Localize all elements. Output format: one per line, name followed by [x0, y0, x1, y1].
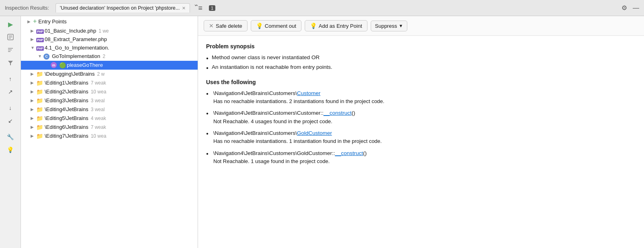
- uses-item-1-prefix: \Navigation4\JetBrains\Customers\: [213, 90, 297, 96]
- gotoimpl-class-icon: C: [43, 54, 50, 60]
- title-bar-actions: ⚙ —: [621, 4, 639, 12]
- 08-extract-arrow: ▶: [31, 37, 36, 41]
- add-entry-point-label: Add as Entry Point: [319, 23, 362, 29]
- uses-item-2-prefix: \Navigation4\JetBrains\Customers\Custome…: [213, 110, 324, 116]
- pleasegothere-method-icon: m: [51, 62, 57, 68]
- entry-points-label: Entry Points: [38, 19, 66, 25]
- tree-item-editing5[interactable]: ▶ 📁 \Editing5\JetBrains 4 weak: [21, 114, 198, 123]
- entry-points-plus-icon: +: [33, 18, 37, 25]
- tree-item-editing1[interactable]: ▶ 📁 \Editing1\JetBrains 7 weak: [21, 79, 198, 87]
- entry-points-header[interactable]: ▶ + Entry Points: [21, 16, 198, 27]
- editing2-folder-icon: 📁: [36, 89, 43, 95]
- tree-item-4-1-go[interactable]: ▼ PHP 4.1_Go_to_Implementation.: [21, 43, 198, 52]
- gotoimpl-label: GoToImplementation: [52, 53, 100, 59]
- tree-item-editing3[interactable]: ▶ 📁 \Editing3\JetBrains 3 weal: [21, 96, 198, 105]
- comment-out-button[interactable]: 💡 Comment out: [251, 20, 301, 31]
- debugging-arrow: ▶: [31, 72, 36, 76]
- suppress-button[interactable]: Suppress ▼: [371, 21, 408, 31]
- expand-icon[interactable]: ↙: [4, 115, 17, 126]
- tree-item-debugging[interactable]: ▶ 📁 \Debugging\JetBrains 2 w: [21, 70, 198, 79]
- uses-item-4-suffix: (): [363, 150, 367, 156]
- detail-content: Problem synopsis Method owner class is n…: [198, 36, 644, 248]
- tree-item-01-basic[interactable]: ▶ PHP 01_Basic_Include.php 1 we: [21, 27, 198, 35]
- gold-customer-link[interactable]: GoldCustomer: [297, 130, 332, 136]
- uses-item-3: \Navigation4\JetBrains\Customers\GoldCus…: [206, 129, 636, 145]
- add-entry-point-button[interactable]: 💡 Add as Entry Point: [305, 20, 367, 31]
- tree-item-pleasegothere[interactable]: m 🟢 pleaseGoThere: [21, 61, 198, 70]
- more-tabs-icon[interactable]: ᷈≡: [198, 4, 202, 12]
- editing2-meta: 10 wea: [91, 89, 106, 95]
- suppress-label: Suppress: [375, 23, 397, 29]
- editing7-arrow: ▶: [31, 134, 36, 138]
- customer-link[interactable]: Customer: [297, 90, 321, 96]
- svg-marker-7: [8, 61, 13, 65]
- uses-item-3-prefix: \Navigation4\JetBrains\Customers\: [213, 130, 297, 136]
- wrench-icon[interactable]: 🔧: [4, 131, 17, 143]
- tree-item-08-extract[interactable]: ▶ PHP 08_Extract_Parameter.php: [21, 35, 198, 43]
- tree-item-editing4[interactable]: ▶ 📁 \Editing4\JetBrains 3 weal: [21, 105, 198, 114]
- uses-item-4-prefix: \Navigation4\JetBrains\Customers\GoldCus…: [213, 150, 335, 156]
- inspection-tab[interactable]: 'Unused declaration' Inspection on Proje…: [56, 3, 190, 12]
- export-icon[interactable]: ↗: [4, 86, 17, 97]
- editing4-label: \Editing4\JetBrains: [45, 106, 88, 112]
- uses-item-2: \Navigation4\JetBrains\Customers\Custome…: [206, 109, 636, 125]
- title-bar-label: Inspection Results:: [5, 5, 49, 11]
- editing1-label: \Editing1\JetBrains: [45, 80, 88, 86]
- debugging-folder-icon: 📁: [36, 71, 43, 77]
- tree-item-gotoimpl[interactable]: ▼ C GoToImplementation 2: [21, 52, 198, 61]
- filter-icon[interactable]: [4, 57, 17, 68]
- uses-item-3-sub: Has no reachable instantiations. 1 insta…: [213, 137, 636, 145]
- tree-item-editing7[interactable]: ▶ 📁 \Editing7\JetBrains 10 wea: [21, 132, 198, 141]
- 01-basic-label: 01_Basic_Include.php: [45, 28, 96, 34]
- sort-alpha-svg: [7, 46, 14, 54]
- arrow-up-icon[interactable]: ↑: [4, 73, 17, 85]
- editing5-label: \Editing5\JetBrains: [45, 115, 88, 121]
- safe-delete-label: Safe delete: [216, 23, 242, 29]
- close-tab-button[interactable]: ✕: [182, 6, 186, 11]
- 08-extract-php-icon: PHP: [36, 38, 44, 42]
- editing7-folder-icon: 📁: [36, 133, 43, 139]
- editing5-arrow: ▶: [31, 116, 36, 120]
- editing2-label: \Editing2\JetBrains: [45, 89, 88, 95]
- uses-item-4-sub: Not Reachable. 1 usage found in the proj…: [213, 157, 636, 165]
- editing1-meta: 7 weak: [91, 80, 106, 86]
- tree-item-editing6[interactable]: ▶ 📁 \Editing6\JetBrains 7 weak: [21, 123, 198, 132]
- inspect-icon[interactable]: [4, 31, 17, 43]
- tree-item-editing2[interactable]: ▶ 📁 \Editing2\JetBrains 10 wea: [21, 87, 198, 96]
- arrow-down-icon[interactable]: ↓: [4, 102, 17, 114]
- debugging-label: \Debugging\JetBrains: [45, 71, 95, 77]
- editing3-label: \Editing3\JetBrains: [45, 97, 88, 103]
- sort-alpha-icon[interactable]: [4, 44, 17, 56]
- uses-title: Uses the following: [206, 79, 636, 85]
- editing3-folder-icon: 📁: [36, 97, 43, 104]
- pleasegothere-label: pleaseGoThere: [67, 62, 103, 68]
- construct-link-1[interactable]: __construct: [324, 110, 352, 116]
- safe-delete-x-icon: ✕: [209, 23, 214, 29]
- editing1-arrow: ▶: [31, 81, 36, 85]
- detail-toolbar: ✕ Safe delete 💡 Comment out 💡 Add as Ent…: [198, 16, 644, 36]
- safe-delete-button[interactable]: ✕ Safe delete: [204, 20, 248, 31]
- synopsis-item-2: An instantiation is not reachable from e…: [206, 63, 636, 71]
- minimize-icon[interactable]: —: [633, 4, 639, 12]
- gotoimpl-arrow: ▼: [38, 54, 43, 58]
- comment-out-bulb-icon: 💡: [256, 23, 263, 29]
- entry-points-arrow: ▶: [27, 19, 33, 24]
- editing6-label: \Editing6\JetBrains: [45, 124, 88, 130]
- editing5-meta: 4 weak: [91, 116, 106, 121]
- synopsis-item-1: Method owner class is never instantiated…: [206, 54, 636, 62]
- 4-1-go-php-icon: PHP: [36, 46, 44, 51]
- uses-item-2-sub: Not Reachable. 4 usages found in the pro…: [213, 118, 636, 126]
- sidebar-icons: ▶ ↑: [0, 16, 21, 248]
- editing4-arrow: ▶: [31, 107, 36, 112]
- settings-icon[interactable]: ⚙: [621, 4, 627, 12]
- tree-panel: ▶ + Entry Points ▶ PHP 01_Basic_Include.…: [21, 16, 198, 248]
- editing3-meta: 3 weal: [91, 98, 105, 103]
- synopsis-text-2: An instantiation is not reachable from e…: [212, 63, 332, 71]
- 4-1-go-label: 4.1_Go_to_Implementation.: [45, 45, 109, 51]
- uses-item-2-suffix: (): [351, 110, 355, 116]
- tab-count-badge: 1: [209, 5, 215, 11]
- bulb-icon[interactable]: 💡: [4, 144, 17, 155]
- construct-link-2[interactable]: __construct: [335, 150, 363, 156]
- run-icon[interactable]: ▶: [4, 19, 17, 30]
- problem-synopsis-list: Method owner class is never instantiated…: [206, 54, 636, 72]
